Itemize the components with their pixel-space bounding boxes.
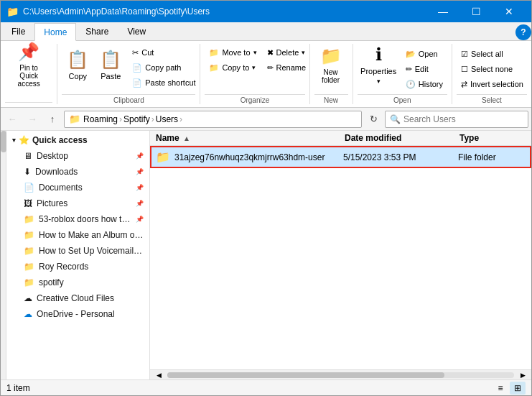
sidebar-item-pictures[interactable]: 🖼 Pictures 📌 <box>6 195 149 211</box>
move-to-button[interactable]: 📁 Move to ▾ <box>205 45 261 60</box>
history-button[interactable]: 🕐 History <box>401 77 447 91</box>
copy-path-button[interactable]: 📄 Copy path <box>128 60 200 75</box>
help-button[interactable]: ? <box>515 24 531 40</box>
paste-icon: 📋 <box>100 50 121 70</box>
sidebar-item-voicemail[interactable]: 📁 How to Set Up Voicemail in RingCe <box>6 243 149 259</box>
edit-button[interactable]: ✏ Edit <box>401 62 447 76</box>
search-bar[interactable]: 🔍 <box>385 111 528 128</box>
breadcrumb-users[interactable]: Users <box>156 114 178 124</box>
pin-indicator-2: 📌 <box>136 168 144 175</box>
sidebar-item-creative-cloud[interactable]: ☁ Creative Cloud Files <box>6 290 149 306</box>
sidebar-item-roy-records[interactable]: 📁 Roy Records <box>6 259 149 275</box>
sidebar-item-album[interactable]: 📁 How to Make an Album on SoundC <box>6 227 149 243</box>
large-icons-view-button[interactable]: ⊞ <box>510 382 526 395</box>
sidebar-item-spotify[interactable]: 📁 spotify <box>6 275 149 290</box>
copy-button[interactable]: 📋 Copy <box>62 44 93 86</box>
tab-share[interactable]: Share <box>76 22 118 40</box>
album-icon: 📁 <box>24 230 34 240</box>
details-view-button[interactable]: ≡ <box>493 382 508 395</box>
history-icon: 🕐 <box>406 80 416 89</box>
pin-to-quick-access-button[interactable]: 📌 Pin to Quick access <box>5 44 52 86</box>
clipboard-content: 📋 Copy 📋 Paste ✂ Cut 📄 Copy path <box>62 44 195 93</box>
up-button[interactable]: ↑ <box>44 111 61 128</box>
minimize-button[interactable]: — <box>426 1 459 22</box>
invert-icon: ⇄ <box>461 80 467 89</box>
refresh-button[interactable]: ↻ <box>365 111 382 128</box>
sidebar-item-downloads-label: Downloads <box>35 167 78 177</box>
sidebar-item-documents[interactable]: 📄 Documents 📌 <box>6 180 149 195</box>
tab-home[interactable]: Home <box>34 23 76 41</box>
sidebar-item-documents-label: Documents <box>39 183 83 193</box>
sidebar-item-53roblox[interactable]: 📁 53-roblox doors how to get Sup 📌 <box>6 211 149 227</box>
address-bar: ← → ↑ 📁 Roaming › Spotify › Users › ↻ 🔍 <box>1 108 531 131</box>
select-all-button[interactable]: ☑ Select all <box>457 47 528 61</box>
ribbon-group-open: ℹ Properties ▾ 📂 Open ✏ Edit 🕐 Hi <box>353 44 453 104</box>
open-icon: 📂 <box>406 50 416 59</box>
view-buttons: ≡ ⊞ <box>493 382 526 395</box>
paste-shortcut-label: Paste shortcut <box>145 78 195 87</box>
ribbon-group-organize: 📁 Move to ▾ 📁 Copy to ▾ ✖ Delete ▾ <box>200 44 309 104</box>
sidebar-item-onedrive[interactable]: ☁ OneDrive - Personal <box>6 306 149 322</box>
sidebar-item-onedrive-label: OneDrive - Personal <box>37 309 115 319</box>
copy-to-button[interactable]: 📁 Copy to ▾ <box>205 60 261 75</box>
voicemail-icon: 📁 <box>24 246 34 256</box>
tab-view[interactable]: View <box>118 22 155 40</box>
column-date-modified[interactable]: Date modified <box>345 133 459 143</box>
invert-selection-button[interactable]: ⇄ Invert selection <box>457 77 528 91</box>
sidebar-scroll-thumb[interactable] <box>1 131 6 152</box>
forward-button[interactable]: → <box>24 111 41 128</box>
maximize-button[interactable]: ☐ <box>459 1 493 22</box>
organize-content: 📁 Move to ▾ 📁 Copy to ▾ ✖ Delete ▾ <box>205 44 304 93</box>
documents-icon: 📄 <box>24 183 34 193</box>
copy-to-dropdown-icon: ▾ <box>252 64 256 71</box>
sidebar-quick-access-header[interactable]: ▾ ⭐ Quick access <box>6 132 149 148</box>
sidebar-item-desktop[interactable]: 🖥 Desktop 📌 <box>6 148 149 164</box>
cut-button[interactable]: ✂ Cut <box>128 45 200 60</box>
table-row[interactable]: 📁 31ajzeg76nwhuqz3qkmjrrw63hdm-user 5/15… <box>150 146 531 168</box>
column-type-label: Type <box>459 133 479 143</box>
sidebar-item-downloads[interactable]: ⬇ Downloads 📌 <box>6 164 149 180</box>
properties-button[interactable]: ℹ Properties ▾ <box>358 44 400 86</box>
ribbon-group-clipboard: 📋 Copy 📋 Paste ✂ Cut 📄 Copy path <box>57 44 200 104</box>
search-input[interactable] <box>403 114 523 124</box>
pin-indicator-5: 📌 <box>136 216 144 223</box>
select-none-label: Select none <box>471 65 513 73</box>
column-name[interactable]: Name ▲ <box>150 133 345 143</box>
history-label: History <box>419 80 443 88</box>
folder53-icon: 📁 <box>24 214 34 224</box>
move-to-dropdown-icon: ▾ <box>253 49 257 56</box>
paste-shortcut-button[interactable]: 📄 Paste shortcut <box>128 75 200 90</box>
sidebar-item-voicemail-label: How to Set Up Voicemail in RingCe <box>39 246 144 256</box>
paste-button[interactable]: 📋 Paste <box>95 44 126 86</box>
tab-file[interactable]: File <box>2 22 34 40</box>
status-bar: 1 item ≡ ⊞ <box>1 379 531 395</box>
close-button[interactable]: ✕ <box>493 1 526 22</box>
breadcrumb-roaming[interactable]: Roaming <box>83 114 118 124</box>
file-name-cell: 📁 31ajzeg76nwhuqz3qkmjrrw63hdm-user <box>151 150 343 164</box>
open-content: ℹ Properties ▾ 📂 Open ✏ Edit 🕐 Hi <box>358 44 448 93</box>
rename-label: Rename <box>276 63 307 72</box>
delete-button[interactable]: ✖ Delete ▾ <box>263 45 311 60</box>
scroll-thumb[interactable] <box>167 372 444 378</box>
horizontal-scrollbar[interactable]: ◀ ▶ <box>150 369 531 379</box>
select-none-button[interactable]: ☐ Select none <box>457 62 528 76</box>
column-date-label: Date modified <box>345 133 401 143</box>
breadcrumb-bar[interactable]: 📁 Roaming › Spotify › Users › <box>64 111 362 128</box>
copy-icon: 📋 <box>67 50 88 70</box>
properties-icon: ℹ <box>375 45 382 65</box>
open-button[interactable]: 📂 Open <box>401 47 447 61</box>
column-type[interactable]: Type <box>459 133 531 143</box>
sidebar-scroll-indicator <box>1 131 6 379</box>
scroll-left-button[interactable]: ◀ <box>151 372 166 379</box>
scroll-right-button[interactable]: ▶ <box>515 372 530 379</box>
sidebar-item-spotify-label: spotify <box>39 277 64 287</box>
properties-dropdown-icon: ▾ <box>377 78 381 85</box>
cut-label: Cut <box>141 48 154 57</box>
ribbon-group-pin: 📌 Pin to Quick access <box>1 44 57 104</box>
back-button[interactable]: ← <box>4 111 21 128</box>
breadcrumb-spotify[interactable]: Spotify <box>123 114 150 124</box>
rename-button[interactable]: ✏ Rename <box>263 60 311 75</box>
paste-label: Paste <box>101 72 121 80</box>
explorer-window: 📁 C:\Users\Admin\AppData\Roaming\Spotify… <box>0 0 532 396</box>
new-folder-button[interactable]: 📁 New folder <box>314 44 347 86</box>
